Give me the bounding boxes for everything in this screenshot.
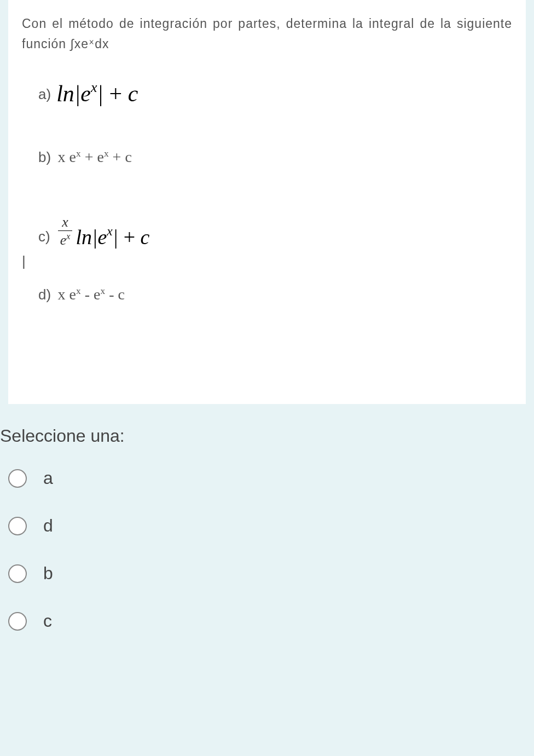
option-c: c) x ex ln|ex| + c (38, 215, 512, 247)
radio-label-d: d (43, 516, 53, 536)
radio-icon (8, 564, 27, 583)
option-a-expression: ln|ex| + c (56, 82, 138, 105)
option-b: b) x ex + ex + c (38, 149, 512, 166)
radio-option-a[interactable]: a (8, 468, 534, 488)
radio-label-b: b (43, 563, 53, 584)
answer-section: Seleccione una: a d b c (0, 404, 534, 631)
radio-label-c: c (43, 611, 52, 631)
text-cursor: | (22, 253, 512, 270)
option-b-expression: x ex + ex + c (58, 148, 132, 165)
radio-label-a: a (43, 468, 53, 488)
radio-option-c[interactable]: c (8, 611, 534, 631)
option-c-fraction: x ex (58, 215, 73, 247)
option-c-label: c) (38, 228, 50, 245)
select-prompt: Seleccione una: (0, 426, 534, 446)
radio-icon (8, 612, 27, 631)
option-d-expression: x ex - ex - c (58, 286, 125, 303)
radio-icon (8, 469, 27, 488)
radio-option-d[interactable]: d (8, 516, 534, 536)
option-c-expression: ln|ex| + c (76, 226, 149, 247)
option-d-label: d) (38, 286, 51, 303)
radio-option-b[interactable]: b (8, 563, 534, 584)
radio-icon (8, 517, 27, 535)
question-box: Con el método de integración por partes,… (8, 0, 526, 404)
option-b-label: b) (38, 149, 51, 165)
option-a-label: a) (38, 86, 51, 103)
question-prompt: Con el método de integración por partes,… (22, 14, 512, 54)
option-a: a) ln|ex| + c (38, 82, 512, 105)
option-d: d) x ex - ex - c (38, 286, 512, 303)
